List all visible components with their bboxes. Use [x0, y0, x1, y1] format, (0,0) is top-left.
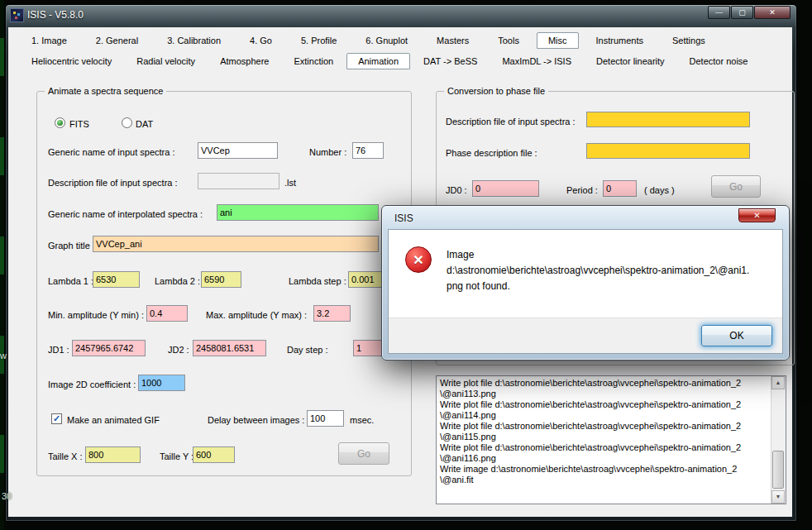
- days-label: ( days ): [644, 184, 675, 196]
- scrollbar-thumb[interactable]: [772, 451, 784, 489]
- desktop-icon-label-30: 30: [2, 491, 12, 501]
- desc-file-suffix-label: .lst: [284, 177, 296, 189]
- error-dialog: ISIS ✕ ✕ Image d:\astronomie\berichte\as…: [381, 205, 790, 360]
- taille-x-field[interactable]: 800: [85, 446, 141, 463]
- phase-file-label: Phase description file :: [446, 147, 537, 159]
- desc-file-field[interactable]: [198, 173, 279, 189]
- generic-input-label: Generic name of input spectra :: [48, 146, 174, 158]
- taille-x-label: Taille X :: [48, 451, 83, 462]
- window-title: ISIS - V5.8.0: [27, 9, 84, 21]
- ymin-field[interactable]: 0.4: [146, 305, 188, 322]
- taille-y-field[interactable]: 600: [193, 446, 235, 463]
- close-button[interactable]: ✕: [754, 6, 791, 19]
- jd2-label: JD2 :: [168, 344, 189, 356]
- ymin-label: Min. amplitude (Y min) :: [48, 309, 144, 321]
- tab-masters[interactable]: Masters: [425, 32, 480, 49]
- tab-general[interactable]: 2. General: [84, 32, 150, 49]
- coeff-field[interactable]: 1000: [138, 375, 185, 391]
- tab-misc[interactable]: Misc: [537, 32, 579, 49]
- graph-title-field[interactable]: VVCep_ani: [93, 236, 379, 252]
- generic-input-field[interactable]: VVCep: [198, 142, 278, 159]
- tab-go[interactable]: 4. Go: [238, 32, 284, 49]
- maximize-button[interactable]: ▢: [731, 6, 753, 19]
- lambda-step-field[interactable]: 0.001: [348, 271, 383, 288]
- jd1-label: JD1 :: [48, 344, 69, 356]
- fits-radio-label: FITS: [69, 118, 89, 130]
- dialog-footer: OK: [389, 318, 782, 353]
- interp-label: Generic name of interpolated spectra :: [48, 208, 203, 220]
- tab-instruments[interactable]: Instruments: [585, 32, 655, 49]
- ymax-field[interactable]: 3.2: [313, 305, 351, 322]
- tab-detector-noise[interactable]: Detector noise: [678, 53, 760, 69]
- graph-title-label: Graph title :: [48, 240, 95, 251]
- ok-button[interactable]: OK: [701, 325, 772, 346]
- tab-extinction[interactable]: Extinction: [282, 53, 345, 69]
- animated-gif-checkbox[interactable]: ✓: [51, 413, 62, 424]
- jd0-label: JD0 :: [446, 184, 467, 196]
- jd0-field[interactable]: 0: [472, 180, 539, 197]
- scroll-down-icon[interactable]: ▼: [771, 490, 785, 504]
- day-step-field[interactable]: 1: [353, 340, 382, 356]
- phase-desc-label: Description file of input spectra :: [446, 116, 576, 127]
- lambda1-field[interactable]: 6530: [93, 271, 140, 288]
- tab-heliocentric-velocity[interactable]: Heliocentric velocity: [20, 53, 123, 69]
- number-label: Number :: [309, 146, 346, 158]
- delay-label: Delay between images :: [208, 414, 304, 426]
- dialog-body: ✕ Image d:\astronomie\berichte\astroag\v…: [388, 229, 783, 354]
- interp-field[interactable]: ani: [217, 204, 379, 221]
- log-textarea[interactable]: Write plot file d:\astronomie\berichte\a…: [436, 375, 786, 504]
- log-scrollbar[interactable]: ▲ ▼: [771, 376, 786, 504]
- dialog-titlebar[interactable]: [382, 206, 789, 228]
- lambda1-label: Lambda 1 :: [48, 275, 93, 287]
- scroll-up-icon[interactable]: ▲: [771, 376, 785, 389]
- day-step-label: Day step :: [287, 344, 328, 356]
- dialog-title: ISIS: [394, 212, 413, 224]
- tab-tools[interactable]: Tools: [486, 32, 531, 49]
- desktop-icon-label-w: w: [0, 351, 7, 360]
- period-label: Period :: [566, 184, 598, 196]
- tab-settings[interactable]: Settings: [661, 32, 717, 49]
- phase-groupbox-title: Conversion to phase file: [444, 86, 548, 96]
- tab-calibration[interactable]: 3. Calibration: [155, 32, 232, 49]
- tab-animation[interactable]: Animation: [346, 53, 410, 69]
- tab-strip-misc: Heliocentric velocity Radial velocity At…: [20, 53, 760, 69]
- tab-detector-linearity[interactable]: Detector linearity: [585, 53, 676, 69]
- number-field[interactable]: 76: [352, 142, 384, 159]
- animate-go-button[interactable]: Go: [338, 442, 389, 465]
- tab-maximdl-isis[interactable]: MaxImDL -> ISIS: [490, 53, 583, 69]
- lambda2-label: Lambda 2 :: [155, 275, 200, 287]
- log-text: Write plot file d:\astronomie\berichte\a…: [440, 378, 769, 485]
- delay-field[interactable]: 100: [307, 410, 344, 427]
- taille-y-label: Taille Y :: [160, 451, 193, 462]
- jd1-field[interactable]: 2457965.6742: [72, 340, 146, 356]
- tab-profile[interactable]: 5. Profile: [289, 32, 348, 49]
- fits-radio[interactable]: [55, 117, 65, 128]
- dat-radio[interactable]: [122, 117, 132, 128]
- dat-radio-label: DAT: [136, 118, 153, 130]
- tab-image[interactable]: 1. Image: [20, 32, 79, 49]
- tab-gnuplot[interactable]: 6. Gnuplot: [354, 32, 419, 49]
- dialog-message: Image d:\astronomie\berichte\astroag\vvc…: [447, 247, 773, 294]
- lambda-step-label: Lambda step :: [289, 275, 346, 287]
- jd2-field[interactable]: 2458081.6531: [193, 340, 266, 356]
- desc-file-label: Description file of input spectra :: [48, 177, 178, 189]
- ymax-label: Max. amplitude (Y max) :: [206, 309, 307, 321]
- tab-dat-bess[interactable]: DAT -> BeSS: [412, 53, 489, 69]
- lambda2-field[interactable]: 6590: [201, 271, 241, 288]
- dialog-close-icon[interactable]: ✕: [738, 208, 776, 222]
- screen: w 30 ISIS - V5.8.0 — ▢ ✕ 1. Image 2. Gen…: [0, 0, 812, 530]
- error-icon: ✕: [405, 246, 432, 273]
- animated-gif-label: Make an animated GIF: [67, 414, 160, 426]
- phase-file-field[interactable]: [586, 143, 750, 159]
- titlebar[interactable]: [5, 4, 795, 27]
- app-icon: [10, 8, 24, 22]
- phase-desc-field[interactable]: [586, 112, 750, 127]
- phase-go-button[interactable]: Go: [711, 175, 761, 198]
- desktop-background-strip: [0, 0, 4, 530]
- tab-radial-velocity[interactable]: Radial velocity: [125, 53, 207, 69]
- delay-unit-label: msec.: [350, 414, 374, 426]
- tab-atmosphere[interactable]: Atmosphere: [208, 53, 280, 69]
- coeff-label: Image 2D coefficient :: [48, 379, 136, 390]
- minimize-button[interactable]: —: [708, 6, 730, 19]
- period-field[interactable]: 0: [603, 180, 637, 197]
